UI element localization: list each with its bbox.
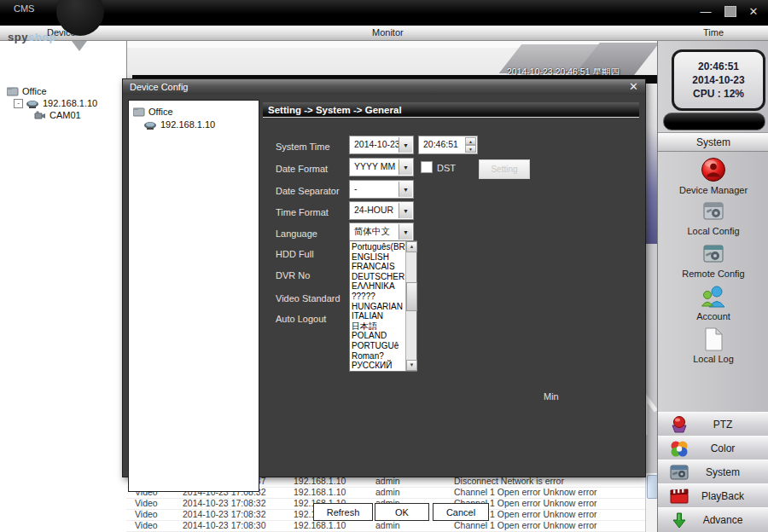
chevron-down-icon[interactable]: ▼ [399,224,412,240]
tool-account[interactable]: Account [658,284,768,321]
log-row[interactable]: Video 2014-10-23 17:08:30 192.168.1.10 a… [126,520,645,532]
language-option[interactable]: PORTUGUê [352,341,405,351]
tool-label: Account [696,311,730,321]
dialog-tree-item-group[interactable]: Office [133,107,173,117]
tool-local-config[interactable]: Local Config [658,199,768,236]
nav-system-button[interactable]: System [658,460,768,485]
watermark-brand-spy: spy [8,31,28,43]
dialog-close-icon[interactable]: ✕ [629,80,638,93]
tool-label: Local Config [687,226,739,236]
title-bar: CMS — ✕ [0,0,768,26]
tree-item-device[interactable]: - 192.168.1.10 [14,98,97,108]
log-ip: 192.168.1.10 [294,520,369,530]
chevron-down-icon[interactable]: ▼ [399,159,412,175]
nav-label: Color [689,442,757,454]
menu-time[interactable]: Time [703,27,724,38]
tool-device-manager[interactable]: Device Manager [658,156,768,195]
nav-label: Advance [689,514,757,526]
chevron-down-icon[interactable]: ▼ [399,182,412,197]
local-config-icon [701,199,726,224]
language-list-scrollbar[interactable]: ▲ ▼ [405,241,416,371]
chevron-down-icon[interactable]: ▼ [399,137,412,153]
minimize-button[interactable]: — [696,3,715,19]
device-manager-icon [700,156,727,183]
remote-config-icon [701,241,726,267]
language-option[interactable]: ITALIAN [352,311,405,321]
spin-down-icon[interactable]: ▼ [465,145,476,153]
device-config-dialog: Device Config ✕ Office 192.168.1.10 Sett… [122,78,646,477]
advance-icon [670,512,689,529]
nav-ptz-button[interactable]: PTZ [658,412,768,437]
time-format-combo[interactable]: 24-HOUR ▼ [349,201,414,220]
scroll-up-icon[interactable]: ▲ [406,241,417,252]
right-sidebar: 20:46:51 2014-10-23 CPU : 12% System Dev… [657,40,768,532]
cancel-button[interactable]: Cancel [433,503,489,521]
watermark-brand-shop: shop [28,31,56,43]
nav-advance-button[interactable]: Advance [658,507,768,532]
tree-item-label: CAM01 [49,110,81,120]
language-option[interactable]: 日本語 [352,321,405,332]
color-icon [670,439,689,458]
language-dropdown-list: Português(BR) ENGLISH FRANCAIS DEUTSCHER… [349,240,417,372]
maximize-icon [724,6,736,17]
date-separator-combo[interactable]: - ▼ [349,180,414,199]
tool-label: Local Log [693,354,734,364]
date-format-label: Date Format [276,164,328,174]
tree-item-group[interactable]: Office [7,86,47,96]
dst-checkbox[interactable] [421,161,433,173]
nav-color-button[interactable]: Color [658,436,768,461]
dialog-tree-item-device[interactable]: 192.168.1.10 [144,119,215,130]
system-date-combo[interactable]: 2014-10-23 ▼ [349,136,414,154]
language-combo[interactable]: 简体中文 ▼ [349,223,414,241]
system-time-spinner[interactable]: 20:46:51 ▲▼ [418,136,478,154]
menu-monitor[interactable]: Monitor [372,27,404,38]
log-table-scrollbar[interactable] [645,473,658,532]
device-icon [26,99,39,108]
language-option[interactable]: DEUTSCHER [352,272,405,282]
dialog-title-bar[interactable]: Device Config ✕ [123,79,645,95]
scroll-down-icon[interactable]: ▼ [406,360,417,371]
scrollbar-thumb[interactable] [406,282,417,311]
collapse-pill-button[interactable] [663,113,765,130]
language-option[interactable]: FRANCAIS [352,262,405,272]
date-format-combo[interactable]: YYYY MM DD ▼ [349,158,414,176]
section-header-system: System [658,132,768,152]
video-standard-label: Video Standard [276,293,340,304]
tool-local-log[interactable]: Local Log [658,327,768,364]
chevron-down-icon[interactable]: ▼ [399,203,412,218]
menu-bar: Device Monitor Time [0,26,768,41]
tool-remote-config[interactable]: Remote Config [658,241,768,279]
ok-button[interactable]: OK [375,503,429,521]
nav-playback-button[interactable]: PlayBack [658,483,768,509]
watermark-brand: spyshop [8,31,56,43]
clock-panel: 20:46:51 2014-10-23 CPU : 12% [672,49,765,111]
nav-label: System [689,466,757,478]
language-option[interactable]: РУССКИЙ [352,361,405,370]
language-option[interactable]: ΕΛΛΗΝΙΚΑ [352,281,405,292]
log-description: Channel 1 Open error Unknow error [454,487,637,497]
language-label: Language [276,228,317,239]
language-option[interactable]: HUNGARIAN [352,302,405,312]
collapse-expander-icon[interactable]: - [14,99,23,108]
tree-item-label: Office [22,86,47,96]
language-option[interactable]: POLAND [352,331,405,341]
refresh-button[interactable]: Refresh [313,503,373,521]
language-option[interactable]: Roman? [352,351,405,361]
language-option[interactable]: Português(BR) [352,242,405,252]
log-time: 2014-10-23 17:08:30 [183,520,283,530]
close-button[interactable]: ✕ [744,3,763,19]
playback-icon [670,488,689,505]
dst-label: DST [437,163,456,173]
log-user: admin [375,487,452,497]
language-option[interactable]: ENGLISH [352,252,405,263]
group-folder-icon [133,107,145,117]
nav-label: PTZ [689,419,757,431]
clock-time: 20:46:51 [698,61,739,72]
spin-up-icon[interactable]: ▲ [465,137,476,145]
group-folder-icon [7,86,19,96]
maximize-button[interactable] [721,3,740,19]
settings-breadcrumb-text: Setting -> System -> General [268,105,402,115]
tree-item-camera[interactable]: CAM01 [34,110,81,120]
dst-set-button: Setting [479,159,530,179]
language-option[interactable]: ????? [352,292,405,302]
